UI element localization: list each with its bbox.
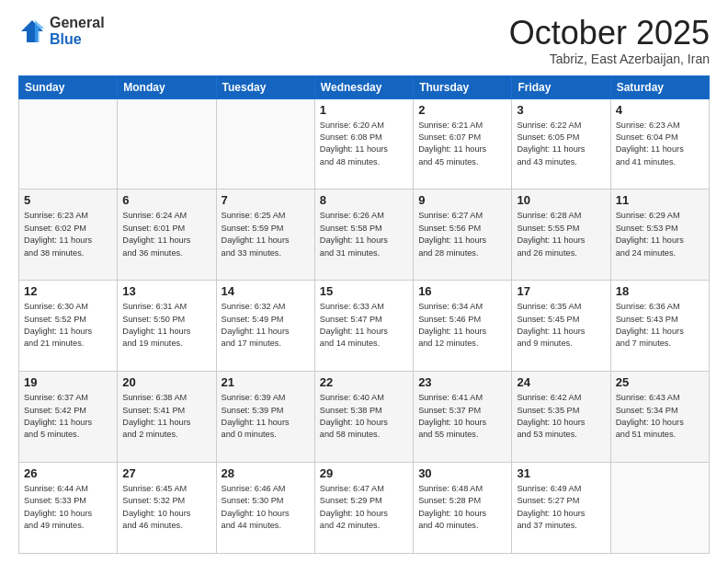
day-number: 3 (517, 103, 605, 117)
calendar-header-thursday: Thursday (414, 75, 512, 98)
day-number: 25 (616, 375, 704, 389)
calendar-cell: 24Sunrise: 6:42 AM Sunset: 5:35 PM Dayli… (512, 372, 610, 463)
day-number: 29 (320, 466, 408, 480)
calendar-cell: 16Sunrise: 6:34 AM Sunset: 5:46 PM Dayli… (414, 281, 512, 372)
day-number: 23 (418, 375, 506, 389)
calendar-cell: 7Sunrise: 6:25 AM Sunset: 5:59 PM Daylig… (216, 190, 314, 281)
calendar-cell: 1Sunrise: 6:20 AM Sunset: 6:08 PM Daylig… (314, 98, 413, 190)
calendar-cell: 22Sunrise: 6:40 AM Sunset: 5:38 PM Dayli… (314, 372, 413, 463)
day-number: 2 (418, 103, 506, 117)
calendar-cell (216, 98, 314, 190)
calendar-header-friday: Friday (512, 75, 610, 98)
day-info: Sunrise: 6:36 AM Sunset: 5:43 PM Dayligh… (616, 301, 704, 350)
day-info: Sunrise: 6:27 AM Sunset: 5:56 PM Dayligh… (418, 210, 506, 259)
calendar-cell: 11Sunrise: 6:29 AM Sunset: 5:53 PM Dayli… (610, 190, 709, 281)
calendar-cell: 12Sunrise: 6:30 AM Sunset: 5:52 PM Dayli… (19, 281, 118, 372)
calendar-cell (19, 98, 118, 190)
calendar-cell: 2Sunrise: 6:21 AM Sunset: 6:07 PM Daylig… (414, 98, 512, 190)
calendar-cell: 23Sunrise: 6:41 AM Sunset: 5:37 PM Dayli… (414, 372, 512, 463)
day-info: Sunrise: 6:23 AM Sunset: 6:02 PM Dayligh… (24, 210, 112, 259)
calendar-cell: 13Sunrise: 6:31 AM Sunset: 5:50 PM Dayli… (118, 281, 216, 372)
calendar-cell: 29Sunrise: 6:47 AM Sunset: 5:29 PM Dayli… (314, 463, 413, 554)
day-number: 7 (222, 193, 310, 207)
day-info: Sunrise: 6:48 AM Sunset: 5:28 PM Dayligh… (418, 483, 506, 532)
day-info: Sunrise: 6:45 AM Sunset: 5:32 PM Dayligh… (122, 483, 210, 532)
day-number: 8 (320, 193, 408, 207)
day-number: 1 (320, 103, 408, 117)
day-info: Sunrise: 6:26 AM Sunset: 5:58 PM Dayligh… (320, 210, 408, 259)
calendar-cell: 3Sunrise: 6:22 AM Sunset: 6:05 PM Daylig… (512, 98, 610, 190)
calendar-table: SundayMondayTuesdayWednesdayThursdayFrid… (18, 75, 710, 554)
day-number: 30 (418, 466, 506, 480)
day-info: Sunrise: 6:37 AM Sunset: 5:42 PM Dayligh… (24, 392, 112, 441)
calendar-header-saturday: Saturday (610, 75, 709, 98)
calendar-header-wednesday: Wednesday (314, 75, 413, 98)
calendar-cell: 14Sunrise: 6:32 AM Sunset: 5:49 PM Dayli… (216, 281, 314, 372)
calendar-header-sunday: Sunday (19, 75, 118, 98)
day-info: Sunrise: 6:25 AM Sunset: 5:59 PM Dayligh… (222, 210, 310, 259)
calendar-cell (610, 463, 709, 554)
day-number: 31 (517, 466, 605, 480)
day-number: 28 (222, 466, 310, 480)
day-number: 9 (418, 193, 506, 207)
day-number: 6 (122, 193, 210, 207)
day-number: 14 (222, 284, 310, 298)
calendar-cell: 17Sunrise: 6:35 AM Sunset: 5:45 PM Dayli… (512, 281, 610, 372)
calendar-cell: 21Sunrise: 6:39 AM Sunset: 5:39 PM Dayli… (216, 372, 314, 463)
calendar-cell (118, 98, 216, 190)
title-section: October 2025 Tabriz, East Azerbaijan, Ir… (509, 15, 710, 66)
calendar-week-row: 5Sunrise: 6:23 AM Sunset: 6:02 PM Daylig… (19, 190, 710, 281)
svg-marker-0 (21, 20, 43, 42)
calendar-cell: 18Sunrise: 6:36 AM Sunset: 5:43 PM Dayli… (610, 281, 709, 372)
calendar-header-tuesday: Tuesday (216, 75, 314, 98)
calendar-week-row: 12Sunrise: 6:30 AM Sunset: 5:52 PM Dayli… (19, 281, 710, 372)
day-info: Sunrise: 6:39 AM Sunset: 5:39 PM Dayligh… (222, 392, 310, 441)
day-info: Sunrise: 6:20 AM Sunset: 6:08 PM Dayligh… (320, 120, 408, 168)
day-number: 24 (517, 375, 605, 389)
calendar-cell: 6Sunrise: 6:24 AM Sunset: 6:01 PM Daylig… (118, 190, 216, 281)
calendar-header-monday: Monday (118, 75, 216, 98)
calendar-cell: 9Sunrise: 6:27 AM Sunset: 5:56 PM Daylig… (414, 190, 512, 281)
day-number: 11 (616, 193, 704, 207)
calendar-cell: 10Sunrise: 6:28 AM Sunset: 5:55 PM Dayli… (512, 190, 610, 281)
day-number: 16 (418, 284, 506, 298)
day-info: Sunrise: 6:24 AM Sunset: 6:01 PM Dayligh… (122, 210, 210, 259)
day-number: 18 (616, 284, 704, 298)
day-number: 10 (517, 193, 605, 207)
day-number: 5 (24, 193, 112, 207)
calendar-cell: 8Sunrise: 6:26 AM Sunset: 5:58 PM Daylig… (314, 190, 413, 281)
day-number: 17 (517, 284, 605, 298)
day-info: Sunrise: 6:47 AM Sunset: 5:29 PM Dayligh… (320, 483, 408, 532)
header: General Blue October 2025 Tabriz, East A… (18, 15, 710, 66)
day-number: 21 (222, 375, 310, 389)
calendar-cell: 28Sunrise: 6:46 AM Sunset: 5:30 PM Dayli… (216, 463, 314, 554)
calendar-cell: 5Sunrise: 6:23 AM Sunset: 6:02 PM Daylig… (19, 190, 118, 281)
day-info: Sunrise: 6:40 AM Sunset: 5:38 PM Dayligh… (320, 392, 408, 441)
day-info: Sunrise: 6:38 AM Sunset: 5:41 PM Dayligh… (122, 392, 210, 441)
calendar-cell: 20Sunrise: 6:38 AM Sunset: 5:41 PM Dayli… (118, 372, 216, 463)
day-info: Sunrise: 6:31 AM Sunset: 5:50 PM Dayligh… (122, 301, 210, 350)
logo-text: General Blue (50, 15, 105, 48)
day-info: Sunrise: 6:42 AM Sunset: 5:35 PM Dayligh… (517, 392, 605, 441)
day-info: Sunrise: 6:49 AM Sunset: 5:27 PM Dayligh… (517, 483, 605, 532)
calendar-cell: 30Sunrise: 6:48 AM Sunset: 5:28 PM Dayli… (414, 463, 512, 554)
day-info: Sunrise: 6:35 AM Sunset: 5:45 PM Dayligh… (517, 301, 605, 350)
day-info: Sunrise: 6:22 AM Sunset: 6:05 PM Dayligh… (517, 120, 605, 168)
day-number: 15 (320, 284, 408, 298)
calendar-week-row: 26Sunrise: 6:44 AM Sunset: 5:33 PM Dayli… (19, 463, 710, 554)
calendar-cell: 19Sunrise: 6:37 AM Sunset: 5:42 PM Dayli… (19, 372, 118, 463)
day-info: Sunrise: 6:28 AM Sunset: 5:55 PM Dayligh… (517, 210, 605, 259)
calendar-cell: 27Sunrise: 6:45 AM Sunset: 5:32 PM Dayli… (118, 463, 216, 554)
day-info: Sunrise: 6:21 AM Sunset: 6:07 PM Dayligh… (418, 120, 506, 168)
calendar-cell: 4Sunrise: 6:23 AM Sunset: 6:04 PM Daylig… (610, 98, 709, 190)
logo: General Blue (18, 15, 105, 48)
day-number: 20 (122, 375, 210, 389)
day-info: Sunrise: 6:44 AM Sunset: 5:33 PM Dayligh… (24, 483, 112, 532)
calendar-header-row: SundayMondayTuesdayWednesdayThursdayFrid… (19, 75, 710, 98)
day-number: 26 (24, 466, 112, 480)
calendar-week-row: 19Sunrise: 6:37 AM Sunset: 5:42 PM Dayli… (19, 372, 710, 463)
day-number: 4 (616, 103, 704, 117)
page: General Blue October 2025 Tabriz, East A… (0, 0, 728, 563)
day-info: Sunrise: 6:41 AM Sunset: 5:37 PM Dayligh… (418, 392, 506, 441)
day-info: Sunrise: 6:43 AM Sunset: 5:34 PM Dayligh… (616, 392, 704, 441)
